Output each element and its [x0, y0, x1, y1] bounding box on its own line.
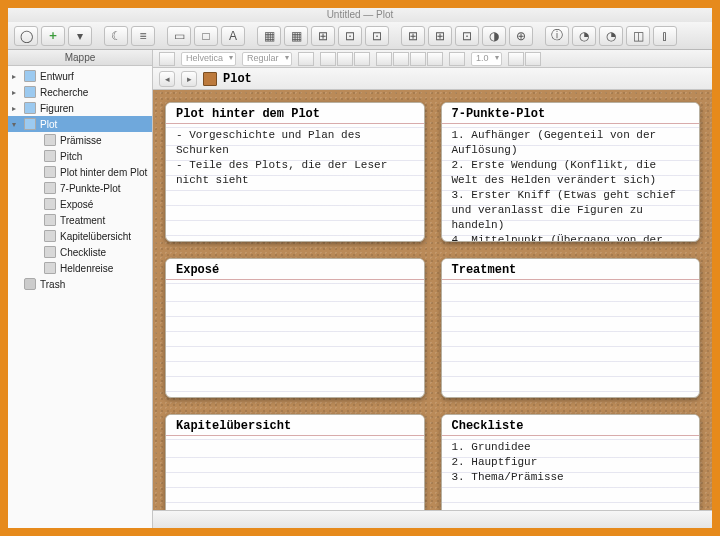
binder-item-label: Entwurf — [40, 71, 74, 82]
index-card[interactable]: Checkliste1. Grundidee 2. Hauptfigur 3. … — [441, 414, 701, 510]
folder-icon — [24, 70, 36, 82]
binder-item[interactable]: Plot hinter dem Plot — [8, 164, 152, 180]
card-title[interactable]: Kapitelübersicht — [166, 415, 424, 436]
card-title[interactable]: Plot hinter dem Plot — [166, 103, 424, 124]
toolbar-button-7[interactable]: A — [221, 26, 245, 46]
window-titlebar: Untitled — Plot — [8, 8, 712, 22]
card-title[interactable]: 7-Punkte-Plot — [442, 103, 700, 124]
toolbar-button-15[interactable]: ⊡ — [455, 26, 479, 46]
binder-item-label: Checkliste — [60, 247, 106, 258]
nav-back-button[interactable]: ◂ — [159, 71, 175, 87]
align-center-button[interactable] — [393, 52, 409, 66]
toolbar-button-9[interactable]: ▦ — [284, 26, 308, 46]
line-spacing-select[interactable]: 1.0 — [471, 52, 502, 66]
toolbar-button-21[interactable]: ◫ — [626, 26, 650, 46]
font-family-select[interactable]: Helvetica — [181, 52, 236, 66]
index-card[interactable]: Plot hinter dem Plot- Vorgeschichte und … — [165, 102, 425, 242]
list-group — [508, 52, 541, 66]
card-body[interactable]: 1. Aufhänger (Gegenteil von der Auflösun… — [442, 124, 700, 242]
bullet-list-button[interactable] — [508, 52, 524, 66]
text-color-button[interactable] — [449, 52, 465, 66]
card-body[interactable] — [166, 280, 424, 288]
numbered-list-button[interactable] — [525, 52, 541, 66]
toolbar-button-3[interactable]: ☾ — [104, 26, 128, 46]
card-title[interactable]: Treatment — [442, 259, 700, 280]
path-bar: ◂ ▸ Plot — [153, 68, 712, 90]
binder-item-label: Trash — [40, 279, 65, 290]
disclosure-triangle-icon[interactable]: ▸ — [12, 72, 20, 81]
card-body[interactable] — [166, 436, 424, 444]
toolbar-button-5[interactable]: ▭ — [167, 26, 191, 46]
window-title: Untitled — Plot — [327, 9, 394, 20]
card-title[interactable]: Exposé — [166, 259, 424, 280]
font-size-button[interactable] — [298, 52, 314, 66]
binder-sidebar: Mappe ▸Entwurf▸Recherche▸Figuren▾PlotPrä… — [8, 50, 153, 528]
toolbar-button-17[interactable]: ⊕ — [509, 26, 533, 46]
binder-item-label: Heldenreise — [60, 263, 113, 274]
binder-item-label: Exposé — [60, 199, 93, 210]
binder-item[interactable]: Exposé — [8, 196, 152, 212]
binder-item[interactable]: ▾Plot — [8, 116, 152, 132]
disclosure-triangle-icon[interactable]: ▾ — [12, 120, 20, 129]
disclosure-triangle-icon[interactable]: ▸ — [12, 88, 20, 97]
path-label: Plot — [223, 72, 252, 86]
index-card[interactable]: Treatment — [441, 258, 701, 398]
toolbar-button-18[interactable]: ⓘ — [545, 26, 569, 46]
binder-item[interactable]: ▸Recherche — [8, 84, 152, 100]
align-justify-button[interactable] — [427, 52, 443, 66]
card-body[interactable]: - Vorgeschichte und Plan des Schurken - … — [166, 124, 424, 192]
toolbar-button-0[interactable]: ◯ — [14, 26, 38, 46]
doc-icon — [44, 246, 56, 258]
doc-icon — [44, 198, 56, 210]
binder-item[interactable]: ▸Entwurf — [8, 68, 152, 84]
bold-button[interactable] — [320, 52, 336, 66]
toolbar-button-6[interactable]: □ — [194, 26, 218, 46]
toolbar-button-14[interactable]: ⊞ — [428, 26, 452, 46]
toolbar-button-8[interactable]: ▦ — [257, 26, 281, 46]
sidebar-header: Mappe — [8, 50, 152, 66]
binder-item-label: Recherche — [40, 87, 88, 98]
binder-item[interactable]: Trash — [8, 276, 152, 292]
binder-item-label: Pitch — [60, 151, 82, 162]
paragraph-style-button[interactable] — [159, 52, 175, 66]
toolbar-button-11[interactable]: ⊡ — [338, 26, 362, 46]
italic-button[interactable] — [337, 52, 353, 66]
binder-item-label: 7-Punkte-Plot — [60, 183, 121, 194]
binder-tree[interactable]: ▸Entwurf▸Recherche▸Figuren▾PlotPrämisseP… — [8, 66, 152, 528]
card-body[interactable] — [442, 280, 700, 288]
index-card[interactable]: Kapitelübersicht — [165, 414, 425, 510]
toolbar-button-13[interactable]: ⊞ — [401, 26, 425, 46]
disclosure-triangle-icon[interactable]: ▸ — [12, 104, 20, 113]
toolbar-button-1[interactable]: ＋ — [41, 26, 65, 46]
binder-item[interactable]: Checkliste — [8, 244, 152, 260]
toolbar-button-22[interactable]: ⫿ — [653, 26, 677, 46]
font-style-select[interactable]: Regular — [242, 52, 292, 66]
align-left-button[interactable] — [376, 52, 392, 66]
toolbar-button-4[interactable]: ≡ — [131, 26, 155, 46]
corkboard[interactable]: Plot hinter dem Plot- Vorgeschichte und … — [153, 90, 712, 510]
align-right-button[interactable] — [410, 52, 426, 66]
card-body[interactable]: 1. Grundidee 2. Hauptfigur 3. Thema/Präm… — [442, 436, 700, 489]
binder-item[interactable]: 7-Punkte-Plot — [8, 180, 152, 196]
toolbar-button-19[interactable]: ◔ — [572, 26, 596, 46]
index-card[interactable]: Exposé — [165, 258, 425, 398]
binder-item[interactable]: Kapitelübersicht — [8, 228, 152, 244]
nav-forward-button[interactable]: ▸ — [181, 71, 197, 87]
binder-item-label: Plot hinter dem Plot — [60, 167, 147, 178]
binder-item[interactable]: Treatment — [8, 212, 152, 228]
binder-item[interactable]: Pitch — [8, 148, 152, 164]
binder-item[interactable]: Prämisse — [8, 132, 152, 148]
card-title[interactable]: Checkliste — [442, 415, 700, 436]
underline-button[interactable] — [354, 52, 370, 66]
index-card[interactable]: 7-Punkte-Plot1. Aufhänger (Gegenteil von… — [441, 102, 701, 242]
toolbar-button-10[interactable]: ⊞ — [311, 26, 335, 46]
binder-item-label: Prämisse — [60, 135, 102, 146]
doc-icon — [44, 182, 56, 194]
binder-item[interactable]: Heldenreise — [8, 260, 152, 276]
toolbar-button-16[interactable]: ◑ — [482, 26, 506, 46]
toolbar-button-2[interactable]: ▾ — [68, 26, 92, 46]
binder-item[interactable]: ▸Figuren — [8, 100, 152, 116]
toolbar-button-12[interactable]: ⊡ — [365, 26, 389, 46]
app-window: Untitled — Plot ◯＋▾☾≡▭□A▦▦⊞⊡⊡⊞⊞⊡◑⊕ⓘ◔◔◫⫿ … — [8, 8, 712, 528]
toolbar-button-20[interactable]: ◔ — [599, 26, 623, 46]
